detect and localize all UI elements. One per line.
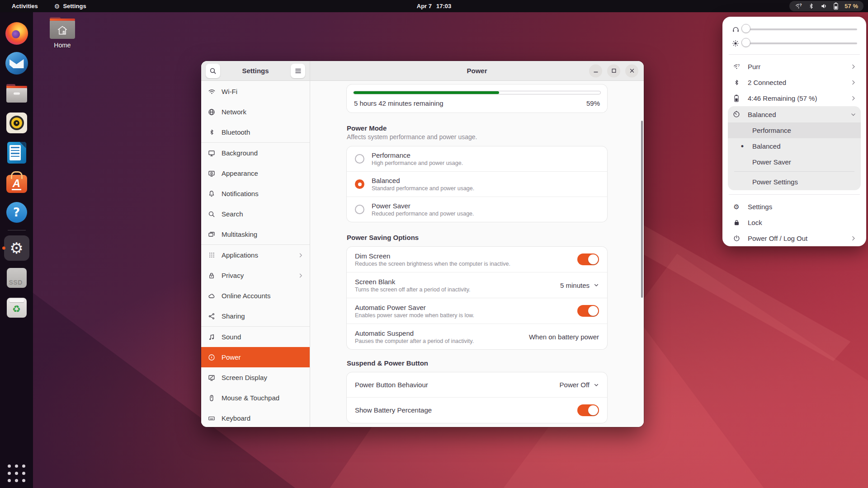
sidebar-item-notifications[interactable]: Notifications — [201, 183, 310, 204]
sidebar-item-keyboard[interactable]: Keyboard — [201, 408, 310, 427]
settings-window: Settings Power — [201, 61, 644, 427]
desktop: Activities ⚙ Settings Apr 7 17:03 ? — [0, 0, 868, 488]
screen-blank-dropdown[interactable]: 5 minutes — [560, 282, 599, 289]
power-settings-label: Power Settings — [752, 178, 798, 186]
battery-remaining-text: 5 hours 42 minutes remaining — [354, 99, 443, 107]
dock-item-settings-active[interactable]: ⚙ — [0, 233, 33, 263]
power-button-behaviour-dropdown[interactable]: Power Off — [560, 381, 599, 389]
dock-item-help[interactable]: ? — [0, 197, 33, 227]
dock-item-thunderbird[interactable] — [0, 48, 33, 78]
dock-item-ssd-drive[interactable]: SSD — [0, 263, 33, 293]
brightness-slider-row — [728, 36, 861, 50]
dock-item-app-grid[interactable] — [0, 458, 33, 488]
app-menu-button[interactable]: ⚙ Settings — [54, 3, 86, 9]
dock-item-rhythmbox[interactable] — [0, 108, 33, 138]
menu-item-wifi[interactable]: ? Purr — [728, 59, 861, 75]
sidebar-item-search[interactable]: Search — [201, 204, 310, 224]
row-desc: Enables power saver mode when battery is… — [355, 312, 570, 319]
background-icon — [208, 150, 216, 157]
power-profile-group: Balanced Performance • Balanced Power Sa… — [728, 106, 861, 190]
sidebar-item-network[interactable]: Network — [201, 102, 310, 122]
brightness-icon — [731, 40, 740, 47]
sidebar-item-sharing[interactable]: Sharing — [201, 306, 310, 326]
close-button[interactable] — [625, 64, 638, 77]
maximize-button[interactable] — [607, 64, 620, 77]
row-power-button-behaviour: Power Button Behaviour Power Off — [347, 372, 607, 397]
power-saving-title: Power Saving Options — [347, 234, 607, 241]
wifi-question-icon: ? — [732, 63, 741, 70]
sidebar-item-mouse-touchpad[interactable]: Mouse & Touchpad — [201, 388, 310, 408]
hamburger-icon — [295, 68, 302, 74]
battery-percent-text: 59% — [586, 99, 600, 107]
dock-item-ubuntu-software[interactable]: A — [0, 168, 33, 197]
dock-item-files[interactable] — [0, 78, 33, 108]
mode-option-power-saver[interactable]: Power Saver Reduced performance and powe… — [347, 197, 607, 222]
sidebar-item-power[interactable]: Power — [201, 347, 310, 367]
radio-balanced[interactable] — [355, 179, 364, 189]
automatic-suspend-value[interactable]: When on battery power — [529, 333, 599, 341]
sidebar-label: Sharing — [222, 312, 245, 320]
maximize-icon — [612, 69, 616, 73]
mode-option-balanced[interactable]: Balanced Standard performance and power … — [347, 172, 607, 197]
profile-option-power-saver[interactable]: Power Saver — [728, 154, 861, 170]
page-title: Power — [467, 67, 487, 75]
dock-item-libreoffice-writer[interactable] — [0, 138, 33, 168]
sidebar-item-wifi[interactable]: Wi-Fi — [201, 81, 310, 102]
sidebar-item-applications[interactable]: Applications — [201, 245, 310, 265]
sidebar-item-privacy[interactable]: Privacy — [201, 265, 310, 286]
network-icon — [208, 108, 216, 116]
power-off-icon — [732, 235, 741, 242]
primary-menu-button[interactable] — [291, 64, 305, 78]
suspend-section-title: Suspend & Power Button — [347, 359, 607, 367]
applications-icon — [208, 252, 216, 258]
system-tray-button[interactable]: ? 57 % — [789, 1, 863, 11]
show-battery-percentage-toggle[interactable] — [577, 404, 599, 416]
app-grid-icon — [8, 465, 25, 482]
brightness-slider-knob[interactable] — [741, 38, 750, 47]
power-panel: 5 hours 42 minutes remaining 59% Power M… — [310, 81, 644, 427]
rhythmbox-icon — [6, 113, 27, 133]
volume-slider[interactable] — [746, 28, 857, 30]
sidebar-item-screen-display[interactable]: Screen Display — [201, 367, 310, 388]
search-button[interactable] — [206, 64, 220, 78]
sidebar-label: Wi-Fi — [222, 88, 237, 95]
sidebar-item-sound[interactable]: Sound — [201, 327, 310, 347]
settings-sidebar: Wi-Fi Network Bluetooth Background Appea… — [201, 81, 310, 427]
clock[interactable]: Apr 7 17:03 — [417, 0, 451, 12]
dim-screen-toggle[interactable] — [577, 253, 599, 265]
chevron-right-icon — [850, 64, 856, 70]
sidebar-item-bluetooth[interactable]: Bluetooth — [201, 122, 310, 142]
activities-button[interactable]: Activities — [12, 3, 38, 9]
radio-performance[interactable] — [355, 154, 364, 164]
appearance-icon — [208, 170, 216, 177]
minimize-button[interactable] — [589, 64, 602, 77]
sidebar-label: Notifications — [222, 190, 259, 197]
sidebar-item-background[interactable]: Background — [201, 143, 310, 163]
desktop-home-folder[interactable]: Home — [47, 16, 78, 49]
mode-option-performance[interactable]: Performance High performance and power u… — [347, 146, 607, 171]
app-menu-label: Settings — [63, 3, 86, 9]
bluetooth-icon — [808, 3, 814, 9]
radio-power-saver[interactable] — [355, 205, 364, 214]
sidebar-item-online-accounts[interactable]: Online Accounts — [201, 286, 310, 306]
running-indicator-dot — [2, 247, 5, 250]
menu-item-settings[interactable]: ⚙ Settings — [728, 199, 861, 215]
menu-item-bluetooth[interactable]: 2 Connected — [728, 75, 861, 90]
menu-item-power-off[interactable]: Power Off / Log Out — [728, 230, 861, 246]
power-settings-link[interactable]: Power Settings — [728, 173, 861, 190]
scrollbar[interactable] — [641, 121, 643, 298]
dock-item-trash[interactable]: ♻ — [0, 293, 33, 323]
brightness-slider[interactable] — [746, 42, 857, 44]
menu-item-lock[interactable]: Lock — [728, 215, 861, 230]
dock-item-firefox[interactable] — [0, 19, 33, 48]
sidebar-item-appearance[interactable]: Appearance — [201, 163, 310, 183]
question-glyph: ? — [13, 206, 20, 219]
sidebar-item-multitasking[interactable]: Multitasking — [201, 224, 310, 244]
profile-option-performance[interactable]: Performance — [728, 122, 861, 138]
volume-slider-knob[interactable] — [741, 24, 750, 33]
profile-option-balanced[interactable]: • Balanced — [728, 138, 861, 154]
menu-item-battery[interactable]: 4:46 Remaining (57 %) — [728, 90, 861, 106]
menu-item-power-profile[interactable]: Balanced — [728, 106, 861, 122]
automatic-power-saver-toggle[interactable] — [577, 305, 599, 317]
dropdown-value: 5 minutes — [560, 282, 590, 289]
